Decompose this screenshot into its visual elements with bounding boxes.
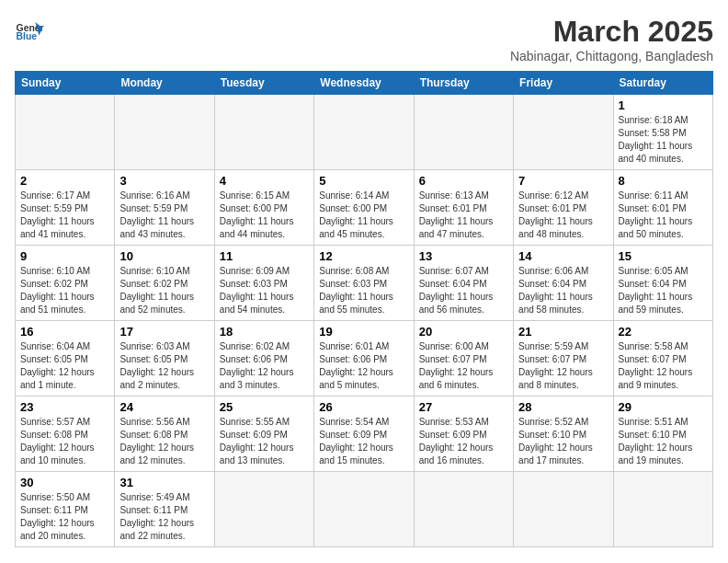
empty-cell: [214, 95, 313, 170]
day-number: 8: [619, 174, 708, 188]
empty-cell: [314, 95, 414, 170]
day-info: Sunrise: 6:02 AMSunset: 6:06 PMDaylight:…: [220, 340, 309, 392]
day-info: Sunrise: 6:07 AMSunset: 6:04 PMDaylight:…: [419, 265, 508, 316]
day-number: 18: [220, 325, 309, 339]
day-cell: 18Sunrise: 6:02 AMSunset: 6:06 PMDayligh…: [214, 321, 313, 396]
logo-icon: General Blue: [15, 15, 44, 44]
day-info: Sunrise: 6:12 AMSunset: 6:01 PMDaylight:…: [518, 190, 608, 241]
day-number: 25: [220, 400, 309, 414]
day-info: Sunrise: 5:55 AMSunset: 6:09 PMDaylight:…: [220, 416, 309, 467]
day-info: Sunrise: 6:17 AMSunset: 5:59 PMDaylight:…: [20, 190, 109, 241]
day-cell: 30Sunrise: 5:50 AMSunset: 6:11 PMDayligh…: [16, 472, 115, 547]
day-info: Sunrise: 5:50 AMSunset: 6:11 PMDaylight:…: [20, 491, 109, 543]
day-number: 26: [319, 400, 408, 414]
day-cell: 26Sunrise: 5:54 AMSunset: 6:09 PMDayligh…: [314, 396, 414, 472]
day-info: Sunrise: 5:53 AMSunset: 6:09 PMDaylight:…: [419, 416, 508, 467]
calendar-table: Sunday Monday Tuesday Wednesday Thursday…: [15, 71, 713, 547]
svg-text:Blue: Blue: [17, 31, 38, 41]
empty-cell: [214, 472, 313, 547]
day-info: Sunrise: 5:54 AMSunset: 6:09 PMDaylight:…: [319, 416, 408, 467]
day-number: 29: [619, 400, 708, 414]
day-cell: 12Sunrise: 6:08 AMSunset: 6:03 PMDayligh…: [314, 246, 414, 321]
header-tuesday: Tuesday: [214, 72, 313, 95]
day-cell: 22Sunrise: 5:58 AMSunset: 6:07 PMDayligh…: [613, 321, 712, 396]
day-number: 10: [119, 249, 209, 263]
empty-cell: [414, 472, 513, 547]
day-number: 24: [119, 400, 209, 414]
logo: General Blue: [15, 15, 44, 44]
day-number: 15: [619, 249, 708, 263]
day-info: Sunrise: 6:00 AMSunset: 6:07 PMDaylight:…: [419, 340, 508, 392]
day-number: 3: [119, 174, 209, 188]
day-number: 5: [319, 174, 408, 188]
day-info: Sunrise: 6:10 AMSunset: 6:02 PMDaylight:…: [119, 265, 209, 316]
day-number: 7: [518, 174, 608, 188]
header-sunday: Sunday: [16, 72, 115, 95]
day-info: Sunrise: 6:13 AMSunset: 6:01 PMDaylight:…: [419, 190, 508, 241]
day-cell: 28Sunrise: 5:52 AMSunset: 6:10 PMDayligh…: [514, 396, 613, 472]
day-number: 17: [119, 325, 209, 339]
day-cell: 14Sunrise: 6:06 AMSunset: 6:04 PMDayligh…: [514, 246, 613, 321]
day-cell: 3Sunrise: 6:16 AMSunset: 5:59 PMDaylight…: [115, 170, 214, 246]
day-info: Sunrise: 6:03 AMSunset: 6:05 PMDaylight:…: [119, 340, 209, 392]
day-number: 16: [20, 325, 109, 339]
day-info: Sunrise: 6:06 AMSunset: 6:04 PMDaylight:…: [518, 265, 608, 316]
day-cell: 27Sunrise: 5:53 AMSunset: 6:09 PMDayligh…: [414, 396, 513, 472]
day-cell: 20Sunrise: 6:00 AMSunset: 6:07 PMDayligh…: [414, 321, 513, 396]
day-number: 27: [419, 400, 508, 414]
empty-cell: [16, 95, 115, 170]
day-number: 30: [20, 476, 109, 489]
header-wednesday: Wednesday: [314, 72, 414, 95]
day-cell: 5Sunrise: 6:14 AMSunset: 6:00 PMDaylight…: [314, 170, 414, 246]
day-number: 4: [220, 174, 309, 188]
day-number: 28: [518, 400, 608, 414]
empty-cell: [115, 95, 214, 170]
day-cell: 10Sunrise: 6:10 AMSunset: 6:02 PMDayligh…: [115, 246, 214, 321]
day-cell: 21Sunrise: 5:59 AMSunset: 6:07 PMDayligh…: [514, 321, 613, 396]
day-info: Sunrise: 5:49 AMSunset: 6:11 PMDaylight:…: [119, 491, 209, 543]
day-info: Sunrise: 5:58 AMSunset: 6:07 PMDaylight:…: [619, 340, 708, 392]
header-saturday: Saturday: [613, 72, 712, 95]
day-info: Sunrise: 6:14 AMSunset: 6:00 PMDaylight:…: [319, 190, 408, 241]
day-number: 12: [319, 249, 408, 263]
day-info: Sunrise: 6:16 AMSunset: 5:59 PMDaylight:…: [119, 190, 209, 241]
day-info: Sunrise: 6:11 AMSunset: 6:01 PMDaylight:…: [619, 190, 708, 241]
day-cell: 1Sunrise: 6:18 AMSunset: 5:58 PMDaylight…: [613, 95, 712, 170]
day-info: Sunrise: 5:51 AMSunset: 6:10 PMDaylight:…: [619, 416, 708, 467]
day-number: 31: [119, 476, 209, 489]
day-number: 6: [419, 174, 508, 188]
day-cell: 29Sunrise: 5:51 AMSunset: 6:10 PMDayligh…: [613, 396, 712, 472]
day-number: 21: [518, 325, 608, 339]
day-info: Sunrise: 6:10 AMSunset: 6:02 PMDaylight:…: [20, 265, 109, 316]
weekday-header-row: Sunday Monday Tuesday Wednesday Thursday…: [16, 72, 713, 95]
day-number: 19: [319, 325, 408, 339]
day-info: Sunrise: 5:59 AMSunset: 6:07 PMDaylight:…: [518, 340, 608, 392]
day-info: Sunrise: 6:09 AMSunset: 6:03 PMDaylight:…: [220, 265, 309, 316]
day-cell: 31Sunrise: 5:49 AMSunset: 6:11 PMDayligh…: [115, 472, 214, 547]
empty-cell: [314, 472, 414, 547]
header-thursday: Thursday: [414, 72, 513, 95]
day-number: 2: [20, 174, 109, 188]
title-block: March 2025 Nabinagar, Chittagong, Bangla…: [510, 15, 713, 63]
header-monday: Monday: [115, 72, 214, 95]
day-number: 14: [518, 249, 608, 263]
day-cell: 11Sunrise: 6:09 AMSunset: 6:03 PMDayligh…: [214, 246, 313, 321]
day-cell: 7Sunrise: 6:12 AMSunset: 6:01 PMDaylight…: [514, 170, 613, 246]
empty-cell: [414, 95, 513, 170]
day-number: 23: [20, 400, 109, 414]
day-number: 9: [20, 249, 109, 263]
day-info: Sunrise: 6:08 AMSunset: 6:03 PMDaylight:…: [319, 265, 408, 316]
header-friday: Friday: [514, 72, 613, 95]
day-cell: 6Sunrise: 6:13 AMSunset: 6:01 PMDaylight…: [414, 170, 513, 246]
day-info: Sunrise: 6:01 AMSunset: 6:06 PMDaylight:…: [319, 340, 408, 392]
day-info: Sunrise: 5:56 AMSunset: 6:08 PMDaylight:…: [119, 416, 209, 467]
day-number: 13: [419, 249, 508, 263]
day-cell: 13Sunrise: 6:07 AMSunset: 6:04 PMDayligh…: [414, 246, 513, 321]
empty-cell: [613, 472, 712, 547]
day-cell: 25Sunrise: 5:55 AMSunset: 6:09 PMDayligh…: [214, 396, 313, 472]
empty-cell: [514, 472, 613, 547]
day-info: Sunrise: 6:04 AMSunset: 6:05 PMDaylight:…: [20, 340, 109, 392]
day-cell: 24Sunrise: 5:56 AMSunset: 6:08 PMDayligh…: [115, 396, 214, 472]
day-info: Sunrise: 6:18 AMSunset: 5:58 PMDaylight:…: [619, 114, 708, 166]
day-info: Sunrise: 5:52 AMSunset: 6:10 PMDaylight:…: [518, 416, 608, 467]
